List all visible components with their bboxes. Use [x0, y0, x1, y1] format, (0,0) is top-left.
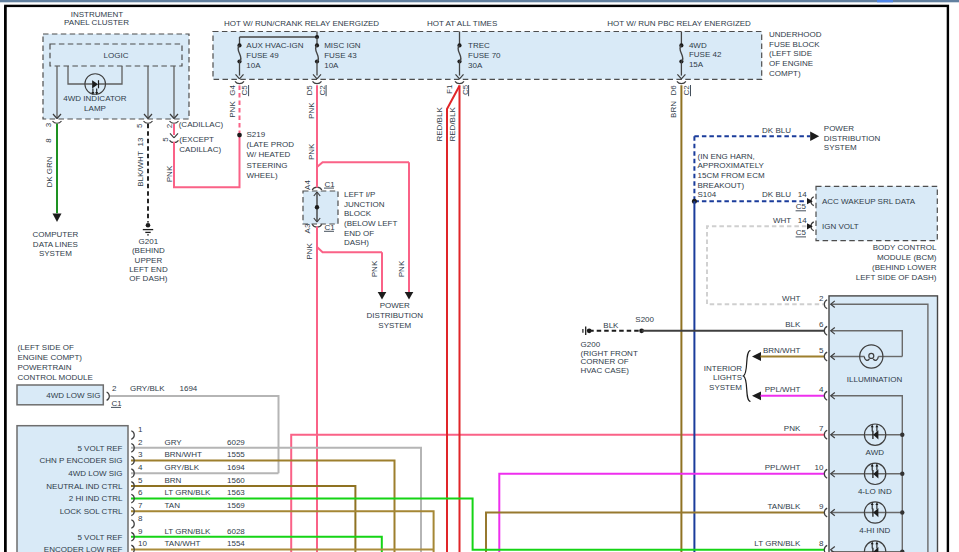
svg-text:TAN: TAN: [165, 501, 181, 510]
svg-text:15A: 15A: [689, 60, 704, 69]
svg-text:HOT AT ALL TIMES: HOT AT ALL TIMES: [427, 19, 497, 28]
svg-text:BLK/WHT: BLK/WHT: [136, 151, 145, 187]
svg-text:4WD LOW SIG: 4WD LOW SIG: [46, 391, 100, 400]
svg-text:WHT: WHT: [773, 216, 791, 225]
svg-text:(LATE PROD: (LATE PROD: [247, 140, 295, 149]
svg-text:TAN/BLK: TAN/BLK: [768, 502, 801, 511]
svg-text:4-HI IND: 4-HI IND: [859, 526, 890, 535]
svg-text:DK GRN: DK GRN: [45, 156, 54, 187]
svg-text:(BELOW LEFT: (BELOW LEFT: [344, 219, 397, 228]
svg-text:UPPER: UPPER: [135, 256, 163, 265]
svg-text:ENGINE COMPT): ENGINE COMPT): [18, 353, 83, 362]
svg-text:BODY CONTROL: BODY CONTROL: [873, 243, 937, 252]
svg-text:FUSE 43: FUSE 43: [324, 51, 357, 60]
svg-text:PPL/WHT: PPL/WHT: [765, 463, 801, 472]
svg-text:NEUTRAL IND CTRL: NEUTRAL IND CTRL: [46, 482, 123, 491]
svg-text:FUSE BLOCK: FUSE BLOCK: [769, 40, 820, 49]
svg-text:PANEL CLUSTER: PANEL CLUSTER: [64, 18, 129, 27]
svg-text:15CM FROM ECM: 15CM FROM ECM: [698, 171, 765, 180]
svg-text:OF DASH): OF DASH): [129, 274, 168, 283]
svg-text:14: 14: [798, 216, 807, 225]
svg-text:8: 8: [44, 138, 53, 143]
svg-text:6: 6: [138, 488, 143, 497]
svg-text:PPL/WHT: PPL/WHT: [765, 385, 801, 394]
svg-text:2: 2: [165, 123, 174, 128]
svg-text:5: 5: [819, 346, 824, 355]
svg-text:WHT: WHT: [782, 294, 800, 303]
svg-text:7: 7: [819, 424, 824, 433]
svg-text:BLK: BLK: [785, 320, 801, 329]
svg-text:S200: S200: [635, 315, 654, 324]
svg-text:C5: C5: [796, 202, 807, 211]
svg-text:APPROXIMATELY: APPROXIMATELY: [698, 161, 765, 170]
svg-text:FUSE 70: FUSE 70: [468, 51, 501, 60]
svg-text:1694: 1694: [227, 463, 245, 472]
svg-text:TAN/WHT: TAN/WHT: [165, 539, 201, 548]
svg-text:G201: G201: [139, 237, 159, 246]
svg-text:POWER: POWER: [380, 301, 410, 310]
svg-text:(LEFT SIDE: (LEFT SIDE: [769, 49, 812, 58]
svg-text:PNK: PNK: [370, 260, 379, 277]
svg-text:2: 2: [112, 384, 117, 393]
svg-text:1694: 1694: [180, 384, 198, 393]
svg-text:4-LO IND: 4-LO IND: [858, 487, 892, 496]
svg-text:10A: 10A: [324, 61, 339, 70]
svg-text:ILLUMINATION: ILLUMINATION: [847, 375, 903, 384]
svg-text:F1: F1: [445, 84, 454, 94]
svg-text:WHEEL): WHEEL): [247, 171, 278, 180]
svg-text:MISC IGN: MISC IGN: [324, 41, 361, 50]
svg-text:C1: C1: [325, 180, 336, 189]
svg-text:CADILLAC): CADILLAC): [179, 145, 221, 154]
svg-text:POWERTRAIN: POWERTRAIN: [18, 363, 72, 372]
svg-text:10: 10: [815, 463, 824, 472]
svg-text:BREAKOUT): BREAKOUT): [698, 181, 745, 190]
svg-text:(LEFT SIDE OF: (LEFT SIDE OF: [18, 343, 74, 352]
svg-text:HVAC CASE): HVAC CASE): [581, 366, 630, 375]
svg-text:DISTRIBUTION: DISTRIBUTION: [824, 134, 881, 143]
svg-text:(BEHIND: (BEHIND: [132, 246, 165, 255]
svg-text:BRN/WHT: BRN/WHT: [165, 450, 202, 459]
svg-text:1560: 1560: [227, 476, 245, 485]
svg-text:LEFT END: LEFT END: [129, 265, 168, 274]
svg-text:PNK: PNK: [307, 143, 316, 160]
svg-text:DISTRIBUTION: DISTRIBUTION: [367, 311, 424, 320]
svg-text:AWD: AWD: [866, 448, 885, 457]
svg-text:3: 3: [44, 122, 53, 127]
svg-text:5: 5: [138, 476, 143, 485]
svg-text:4: 4: [819, 385, 824, 394]
svg-text:G4: G4: [228, 85, 237, 96]
svg-text:SYSTEM: SYSTEM: [709, 383, 742, 392]
svg-text:6029: 6029: [227, 438, 245, 447]
svg-text:LOGIC: LOGIC: [104, 51, 129, 60]
svg-text:DASH): DASH): [344, 238, 369, 247]
svg-text:7: 7: [138, 501, 143, 510]
svg-text:RED/BLK: RED/BLK: [435, 107, 444, 142]
svg-text:PNK: PNK: [307, 102, 316, 119]
svg-text:ENCODER LOW REF: ENCODER LOW REF: [44, 545, 123, 552]
svg-text:C2: C2: [682, 85, 691, 96]
svg-text:D6: D6: [669, 85, 678, 96]
svg-text:SYSTEM: SYSTEM: [39, 249, 72, 258]
svg-text:HOT W/ RUN PBC RELAY ENERGIZED: HOT W/ RUN PBC RELAY ENERGIZED: [607, 19, 751, 28]
svg-text:2: 2: [819, 294, 824, 303]
svg-text:SYSTEM: SYSTEM: [824, 143, 857, 152]
svg-text:14: 14: [798, 190, 807, 199]
svg-text:5 VOLT REF: 5 VOLT REF: [77, 444, 122, 453]
svg-text:PNK: PNK: [305, 243, 314, 260]
svg-text:4WD LOW SIG: 4WD LOW SIG: [68, 469, 122, 478]
svg-text:(BEHIND LOWER: (BEHIND LOWER: [872, 263, 937, 272]
svg-text:AUX HVAC-IGN: AUX HVAC-IGN: [246, 41, 303, 50]
svg-text:CONTROL MODULE: CONTROL MODULE: [18, 373, 93, 382]
svg-text:4: 4: [138, 463, 143, 472]
svg-text:LT GRN/BLK: LT GRN/BLK: [165, 527, 212, 536]
svg-text:8: 8: [138, 514, 143, 523]
svg-text:INTERIOR: INTERIOR: [704, 364, 742, 373]
svg-text:GRY/BLK: GRY/BLK: [165, 463, 200, 472]
svg-text:4WD INDICATOR: 4WD INDICATOR: [63, 94, 126, 103]
svg-text:LT GRN/BLK: LT GRN/BLK: [165, 488, 212, 497]
svg-text:DK BLU: DK BLU: [762, 190, 791, 199]
svg-text:UNDERHOOD: UNDERHOOD: [769, 30, 822, 39]
svg-text:3: 3: [138, 450, 143, 459]
svg-text:HOT W/ RUN/CRANK RELAY ENERGIZ: HOT W/ RUN/CRANK RELAY ENERGIZED: [224, 19, 379, 28]
svg-text:8: 8: [819, 539, 824, 548]
